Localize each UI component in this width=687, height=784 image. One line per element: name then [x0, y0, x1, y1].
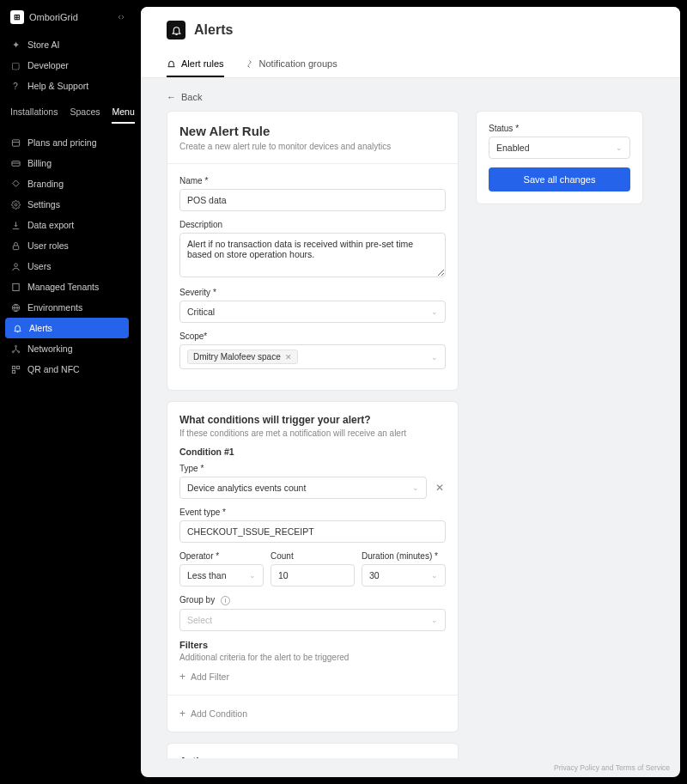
conditions-subtitle: If these conditions are met a notificati…	[179, 428, 446, 438]
info-icon[interactable]: i	[221, 596, 230, 605]
menu-environments[interactable]: Environments	[0, 297, 134, 318]
download-icon	[10, 220, 21, 230]
name-label: Name *	[179, 176, 446, 185]
menu-alerts[interactable]: Alerts	[5, 318, 129, 338]
brand-name: OmboriGrid	[29, 12, 78, 22]
menu-users[interactable]: Users	[0, 256, 134, 277]
chevron-down-icon: ⌄	[412, 483, 419, 492]
globe-icon	[10, 302, 21, 313]
add-condition-button[interactable]: + Add Condition	[179, 708, 446, 720]
svg-rect-17	[12, 370, 15, 373]
privacy-link[interactable]: Privacy Policy	[554, 763, 599, 772]
severity-label: Severity *	[179, 288, 446, 297]
rule-details-card: New Alert Rule Create a new alert rule t…	[167, 111, 459, 391]
qr-icon	[10, 364, 21, 374]
severity-select[interactable]: Critical ⌄	[179, 301, 446, 323]
svg-point-4	[15, 204, 17, 206]
building-icon	[10, 282, 21, 292]
nav-help[interactable]: ?Help & Support	[0, 76, 134, 96]
operator-label: Operator *	[179, 551, 264, 561]
card-icon	[10, 158, 21, 168]
menu-settings[interactable]: Settings	[0, 194, 134, 215]
conditions-card: What conditions will trigger your alert?…	[167, 401, 459, 732]
remove-condition-icon[interactable]: ✕	[434, 482, 446, 494]
brush-icon	[10, 179, 21, 189]
actions-card: Actions Action #1 Dmitry Malofeev ⌄ ✕	[167, 743, 459, 758]
svg-point-6	[14, 263, 17, 266]
chevron-down-icon: ⌄	[431, 616, 438, 624]
subtab-notification-groups[interactable]: Notification groups	[245, 52, 337, 77]
sidebar-tabs: Installations Spaces Menu	[0, 101, 134, 124]
svg-point-14	[17, 350, 19, 352]
arrows-icon	[245, 59, 254, 69]
remove-tag-icon[interactable]: ✕	[285, 353, 292, 362]
save-button[interactable]: Save all changes	[489, 167, 630, 191]
form-subtitle: Create a new alert rule to monitor devic…	[179, 142, 446, 151]
count-input[interactable]	[271, 564, 355, 586]
filters-title: Filters	[179, 640, 446, 650]
menu-tenants[interactable]: Managed Tenants	[0, 277, 134, 297]
name-input[interactable]	[179, 189, 446, 211]
menu-user-roles[interactable]: User roles	[0, 235, 134, 256]
subtab-alert-rules[interactable]: Alert rules	[167, 52, 224, 77]
scope-select[interactable]: Dmitry Malofeev space ✕ ⌄	[179, 344, 446, 369]
type-label: Type *	[179, 464, 446, 473]
operator-select[interactable]: Less than ⌄	[179, 564, 264, 586]
chevron-down-icon: ⌄	[616, 143, 623, 152]
duration-select[interactable]: 30 ⌄	[362, 564, 446, 586]
svg-rect-0	[12, 139, 19, 145]
event-type-input[interactable]	[179, 520, 446, 543]
user-icon	[10, 261, 21, 271]
desc-label: Description	[179, 220, 446, 229]
form-title: New Alert Rule	[179, 124, 446, 138]
plus-icon: +	[179, 708, 185, 720]
divider	[167, 163, 458, 164]
back-link[interactable]: ← Back	[167, 92, 654, 102]
help-icon: ?	[10, 81, 21, 91]
desc-input[interactable]: Alert if no transaction data is received…	[179, 233, 446, 277]
tab-spaces[interactable]: Spaces	[70, 101, 100, 124]
add-filter-button[interactable]: + Add Filter	[179, 671, 446, 683]
chevron-down-icon: ⌄	[431, 571, 438, 580]
menu-billing[interactable]: Billing	[0, 153, 134, 173]
svg-point-12	[15, 345, 16, 347]
terminal-icon: ▢	[10, 60, 21, 70]
menu-data-export[interactable]: Data export	[0, 215, 134, 235]
scope-label: Scope*	[179, 331, 446, 341]
chevron-down-icon: ⌄	[431, 307, 438, 316]
count-label: Count	[271, 551, 355, 561]
tab-menu[interactable]: Menu	[112, 101, 134, 124]
menu-networking[interactable]: Networking	[0, 338, 134, 359]
terms-link[interactable]: Terms of Service	[616, 763, 670, 772]
groupby-select[interactable]: Select ⌄	[179, 609, 446, 631]
tab-installations[interactable]: Installations	[10, 101, 58, 124]
divider	[167, 695, 458, 696]
svg-rect-7	[12, 283, 18, 290]
brand-row: ⊞ OmboriGrid	[0, 7, 134, 34]
page-title: Alerts	[194, 22, 233, 38]
subtabs: Alert rules Notification groups	[167, 52, 654, 77]
groupby-label: Group by i	[179, 595, 446, 605]
duration-label: Duration (minutes) *	[362, 551, 446, 561]
status-select[interactable]: Enabled ⌄	[489, 137, 630, 159]
list-icon	[10, 137, 21, 148]
scope-tag: Dmitry Malofeev space ✕	[187, 349, 298, 364]
page-header: Alerts Alert rules Notification groups	[141, 7, 680, 78]
sidebar: ⊞ OmboriGrid ✦Store AI ▢Developer ?Help …	[0, 0, 134, 784]
chevron-down-icon: ⌄	[431, 353, 438, 362]
event-type-label: Event type *	[179, 507, 446, 517]
top-nav: ✦Store AI ▢Developer ?Help & Support	[0, 34, 134, 96]
menu-branding[interactable]: Branding	[0, 173, 134, 194]
lock-icon	[10, 240, 21, 251]
header-bell-icon	[167, 21, 185, 40]
menu-plans[interactable]: Plans and pricing	[0, 132, 134, 153]
nav-developer[interactable]: ▢Developer	[0, 55, 134, 76]
type-select[interactable]: Device analytics events count ⌄	[179, 477, 427, 499]
footer: Privacy Policy and Terms of Service	[141, 758, 680, 777]
content: ← Back New Alert Rule Create a new alert…	[141, 78, 680, 758]
svg-point-13	[12, 350, 14, 352]
swap-icon[interactable]	[117, 13, 125, 21]
menu-qr-nfc[interactable]: QR and NFC	[0, 359, 134, 380]
nav-store-ai[interactable]: ✦Store AI	[0, 34, 134, 55]
condition-1-label: Condition #1	[179, 447, 446, 457]
